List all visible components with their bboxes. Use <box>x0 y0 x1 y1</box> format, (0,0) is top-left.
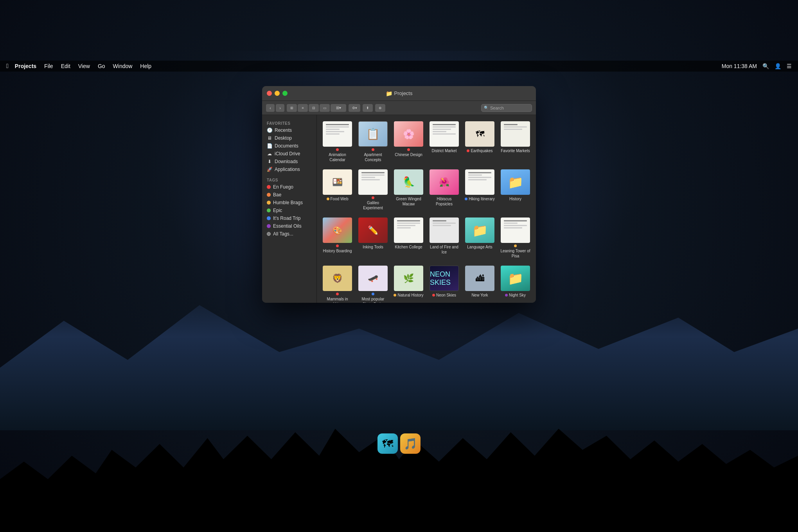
file-thumb <box>394 217 423 243</box>
file-inking-tools[interactable]: ✏️ Inking Tools <box>356 215 390 261</box>
tag-button[interactable]: ⊕ <box>375 104 385 112</box>
icloud-icon: ☁ <box>267 151 272 156</box>
file-new-york[interactable]: 🏙 New York <box>463 263 496 303</box>
sidebar-item-applications[interactable]: 🚀 Applications <box>262 165 316 173</box>
sidebar-tag-roadtrip[interactable]: It's Road Trip <box>262 214 316 222</box>
titlebar: 📁 Projects <box>262 86 536 101</box>
menu-edit[interactable]: Edit <box>61 63 70 69</box>
apple-menu[interactable]:  <box>6 63 9 70</box>
menu-help[interactable]: Help <box>140 63 151 69</box>
file-grid: Animation Calendar 📋 Apartment Concepts <box>321 119 532 303</box>
sidebar-item-recents[interactable]: 🕐 Recents <box>262 126 316 134</box>
file-language-arts[interactable]: 📁 Language Arts <box>463 215 496 261</box>
file-macaw[interactable]: 🦜 Green Winged Macaw <box>392 167 425 213</box>
search-icon: 🔍 <box>484 106 489 110</box>
file-thumb: 🌺 <box>430 169 459 195</box>
file-land-fire-ice[interactable]: Land of Fire and Ice <box>428 215 461 261</box>
file-thumb <box>323 121 352 147</box>
downloads-icon: ⬇ <box>267 159 272 164</box>
file-hibiscus[interactable]: 🌺 Hibiscus Popsicles <box>428 167 461 213</box>
sidebar-tag-epic[interactable]: Epic <box>262 207 316 214</box>
list-view-button[interactable]: ≡ <box>298 104 308 112</box>
search-icon[interactable]: 🔍 <box>762 63 769 69</box>
file-neon-skies[interactable]: NEON SKIES Neon Skies <box>428 263 461 303</box>
file-earthquakes[interactable]: 🗺 Earthquakes <box>463 119 496 165</box>
folder-icon: 📁 <box>386 90 392 97</box>
menubar-time: Mon 11:38 AM <box>722 63 757 69</box>
share-button[interactable]: ⬆ <box>363 104 373 112</box>
traffic-lights <box>267 91 288 96</box>
dock-maps-icon[interactable]: 🗺 <box>377 433 398 454</box>
recents-icon: 🕐 <box>267 128 272 133</box>
back-button[interactable]: ‹ <box>266 104 275 112</box>
action-button[interactable]: ⚙▾ <box>349 104 360 112</box>
file-thumb: 📁 <box>501 266 530 291</box>
file-grid-container[interactable]: Animation Calendar 📋 Apartment Concepts <box>317 115 536 303</box>
sidebar-tag-alltags[interactable]: All Tags... <box>262 230 316 238</box>
search-box[interactable]: 🔍 Search <box>481 104 532 112</box>
sidebar-tag-enfuego[interactable]: En Fuego <box>262 183 316 191</box>
forward-button[interactable]: › <box>276 104 284 112</box>
zoom-button[interactable] <box>282 91 288 96</box>
menu-view[interactable]: View <box>78 63 90 69</box>
file-favorite-markets[interactable]: Favorite Markets <box>499 119 532 165</box>
menu-go[interactable]: Go <box>98 63 105 69</box>
file-kitchen-college[interactable]: Kitchen College <box>392 215 425 261</box>
menu-finder[interactable]: Projects <box>15 63 36 69</box>
file-history-boarding[interactable]: 🎨 History Boarding <box>321 215 354 261</box>
tag-dot-yellow <box>267 201 271 205</box>
file-thumb <box>501 121 530 147</box>
file-apartment-concepts[interactable]: 📋 Apartment Concepts <box>356 119 390 165</box>
file-thumb: 🦁 <box>323 266 352 291</box>
file-chinese-design[interactable]: 🌸 Chinese Design <box>392 119 425 165</box>
cover-view-button[interactable]: ▭ <box>320 104 330 112</box>
file-thumb <box>358 169 388 195</box>
file-thumb: 📁 <box>465 217 494 243</box>
file-history-folder[interactable]: 📁 History <box>499 167 532 213</box>
file-natural-history[interactable]: 🌿 Natural History <box>392 263 425 303</box>
dock: 🗺 🎵 <box>377 433 421 454</box>
icon-view-button[interactable]: ⊞ <box>287 104 297 112</box>
file-thumb <box>430 121 459 147</box>
gallery-view-button[interactable]: ⊞▾ <box>331 104 346 112</box>
file-district-market[interactable]: District Market <box>428 119 461 165</box>
file-skate-parks[interactable]: 🛹 Most popular Skate Parks <box>356 263 390 303</box>
file-night-sky[interactable]: 📁 Night Sky <box>499 263 532 303</box>
file-leaning-tower[interactable]: Leaning Tower of Pisa <box>499 215 532 261</box>
file-mammals-africa[interactable]: 🦁 Mammals in Africa <box>321 263 354 303</box>
file-thumb <box>465 169 494 195</box>
tag-dot-blue <box>267 216 271 220</box>
close-button[interactable] <box>267 91 272 96</box>
file-food-web[interactable]: 🍱 Food Web <box>321 167 354 213</box>
sidebar-item-desktop[interactable]: 🖥 Desktop <box>262 134 316 142</box>
file-thumb <box>430 217 459 243</box>
file-thumb: 🎨 <box>323 217 352 243</box>
sidebar-tag-humblebrags[interactable]: Humble Brags <box>262 199 316 207</box>
user-icon[interactable]: 👤 <box>775 63 781 69</box>
sidebar-tag-essentialoils[interactable]: Essential Oils <box>262 222 316 230</box>
tag-dot-orange <box>267 193 271 197</box>
column-view-button[interactable]: ⊟ <box>309 104 319 112</box>
dock-music-icon[interactable]: 🎵 <box>400 433 421 454</box>
toolbar: ‹ › ⊞ ≡ ⊟ ▭ ⊞▾ ⚙▾ ⬆ ⊕ 🔍 Search <box>262 101 536 115</box>
file-hiking[interactable]: Hiking Itinerary <box>463 167 496 213</box>
minimize-button[interactable] <box>275 91 280 96</box>
file-thumb: ✏️ <box>358 217 388 243</box>
menu-window[interactable]: Window <box>113 63 133 69</box>
file-animation-calendar[interactable]: Animation Calendar <box>321 119 354 165</box>
sidebar-item-icloud[interactable]: ☁ iCloud Drive <box>262 150 316 158</box>
menu-extra-icon[interactable]: ☰ <box>787 63 792 69</box>
sidebar-tag-bae[interactable]: Bae <box>262 191 316 199</box>
sidebar-item-documents[interactable]: 📄 Documents <box>262 142 316 150</box>
tag-dot-green <box>267 208 271 212</box>
menubar:  Projects File Edit View Go Window Help… <box>0 61 798 72</box>
file-thumb: 🦜 <box>394 169 423 195</box>
menu-file[interactable]: File <box>44 63 53 69</box>
menubar-right: Mon 11:38 AM 🔍 👤 ☰ <box>722 63 792 69</box>
tags-header: Tags <box>262 176 316 183</box>
file-galileo[interactable]: Galileo Experiment <box>356 167 390 213</box>
documents-icon: 📄 <box>267 143 272 149</box>
menubar-items: Projects File Edit View Go Window Help <box>15 63 151 69</box>
sidebar-item-downloads[interactable]: ⬇ Downloads <box>262 158 316 165</box>
file-thumb: 🗺 <box>465 121 494 147</box>
